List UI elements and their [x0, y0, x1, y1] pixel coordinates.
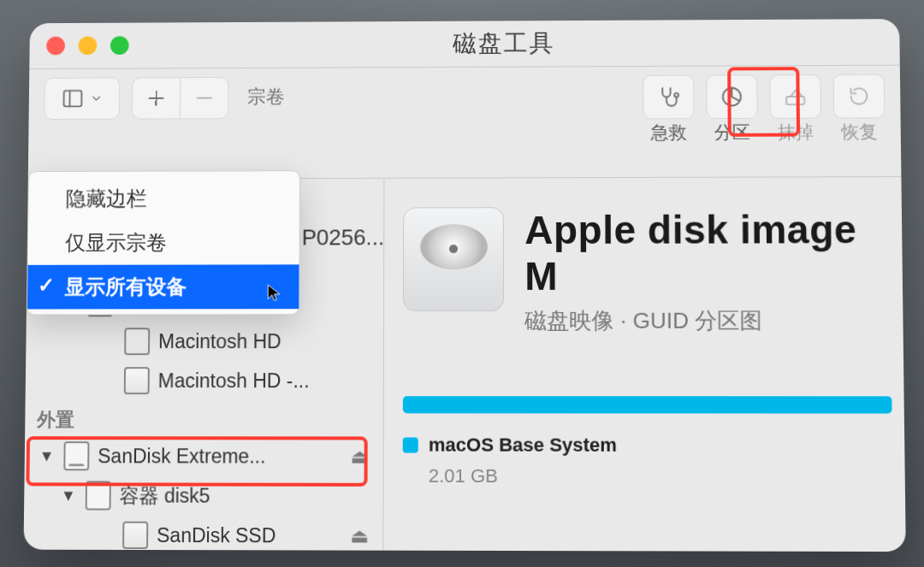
sidebar-view-toggle[interactable] — [44, 77, 120, 120]
volume-icon — [124, 367, 150, 394]
window-body: 隐藏边栏 仅显示宗卷 ✓ 显示所有设备 P0256... ▼ 容器 disk2 — [24, 177, 906, 552]
volume-icon — [122, 521, 148, 548]
add-volume-button[interactable] — [132, 77, 181, 119]
disk-image-icon — [403, 207, 504, 311]
restore-label: 恢复 — [841, 120, 878, 144]
disclosure-triangle-icon[interactable]: ▼ — [38, 446, 56, 464]
capacity-bar — [403, 396, 892, 413]
tree-item-sandisk-ssd[interactable]: SanDisk SSD ⏏ — [92, 515, 374, 552]
tree-item-label: 容器 disk5 — [120, 481, 210, 508]
partition-label: 分区 — [714, 120, 750, 144]
first-aid-action[interactable]: 急救 — [643, 74, 695, 145]
detail-pane: Apple disk image M 磁盘映像 · GUID 分区图 macOS… — [383, 177, 905, 552]
tree-item-macintosh-hd[interactable]: Macintosh HD — [93, 322, 375, 361]
capacity-legend: macOS Base System — [403, 434, 892, 457]
container-icon — [86, 481, 111, 510]
close-button[interactable] — [46, 36, 65, 55]
erase-action[interactable]: 抹掉 — [769, 74, 821, 144]
tree-item-macintosh-hd-data[interactable]: Macintosh HD -... — [93, 361, 375, 400]
restore-icon — [847, 84, 871, 108]
menu-item-hide-sidebar[interactable]: 隐藏边栏 — [28, 176, 299, 221]
tree-item-container-disk5[interactable]: ▼ 容器 disk5 — [55, 475, 375, 516]
detail-header: Apple disk image M 磁盘映像 · GUID 分区图 — [403, 206, 891, 336]
window-title: 磁盘工具 — [128, 26, 882, 62]
minus-icon — [192, 86, 216, 109]
external-drive-icon — [63, 441, 89, 470]
tree-item-label: Macintosh HD — [158, 329, 281, 352]
tree-item-label: SanDisk SSD — [157, 523, 275, 547]
restore-action[interactable]: 恢复 — [833, 74, 886, 144]
disclosure-triangle-icon[interactable]: ▼ — [60, 486, 77, 504]
detail-title: Apple disk image M — [524, 206, 891, 299]
tree-item-sandisk-extreme[interactable]: ▼ SanDisk Extreme... ⏏ — [33, 436, 374, 476]
partition-action[interactable]: 分区 — [706, 74, 758, 145]
legend-volume-name: macOS Base System — [429, 434, 617, 456]
sidebar: 隐藏边栏 仅显示宗卷 ✓ 显示所有设备 P0256... ▼ 容器 disk2 — [24, 178, 385, 551]
menu-item-label: 显示所有设备 — [65, 275, 187, 298]
legend-volume-size: 2.01 GB — [403, 464, 893, 487]
svg-point-5 — [674, 92, 678, 97]
toolbar: 宗卷 急救 分区 抹掉 恢复 — [28, 65, 902, 179]
menu-item-show-all-devices[interactable]: ✓ 显示所有设备 — [27, 264, 299, 309]
chevron-down-icon — [90, 92, 104, 105]
erase-label: 抹掉 — [778, 120, 814, 144]
first-aid-label: 急救 — [651, 121, 687, 145]
legend-swatch — [403, 437, 418, 452]
checkmark-icon: ✓ — [38, 273, 55, 297]
piechart-icon — [720, 85, 743, 109]
menu-item-show-volumes-only[interactable]: 仅显示宗卷 — [28, 220, 299, 264]
volume-add-remove-group — [132, 76, 229, 119]
eject-icon[interactable]: ⏏ — [351, 444, 370, 467]
plus-icon — [145, 86, 169, 110]
svg-rect-7 — [786, 96, 804, 103]
volume-icon — [124, 328, 150, 355]
disk-utility-window: 磁盘工具 宗卷 急救 分区 抹掉 — [24, 19, 906, 552]
internal-device-name-fragment: P0256... — [302, 224, 384, 251]
eject-icon[interactable]: ⏏ — [350, 523, 369, 546]
cursor-icon — [265, 281, 284, 304]
minimize-button[interactable] — [78, 36, 97, 55]
section-header-external: 外置 — [30, 400, 375, 436]
volume-group-label: 宗卷 — [240, 76, 292, 117]
tree-item-label: Macintosh HD -... — [158, 369, 310, 392]
view-menu: 隐藏边栏 仅显示宗卷 ✓ 显示所有设备 — [27, 170, 300, 315]
erase-icon — [783, 84, 807, 108]
titlebar: 磁盘工具 — [29, 19, 900, 69]
stethoscope-icon — [656, 85, 680, 109]
sidebar-icon — [61, 86, 85, 110]
svg-rect-0 — [64, 91, 82, 106]
tree-item-label: SanDisk Extreme... — [98, 444, 265, 467]
zoom-button[interactable] — [110, 36, 129, 55]
window-controls — [46, 36, 129, 55]
detail-subtitle: 磁盘映像 · GUID 分区图 — [524, 305, 891, 336]
remove-volume-button[interactable] — [180, 76, 229, 118]
